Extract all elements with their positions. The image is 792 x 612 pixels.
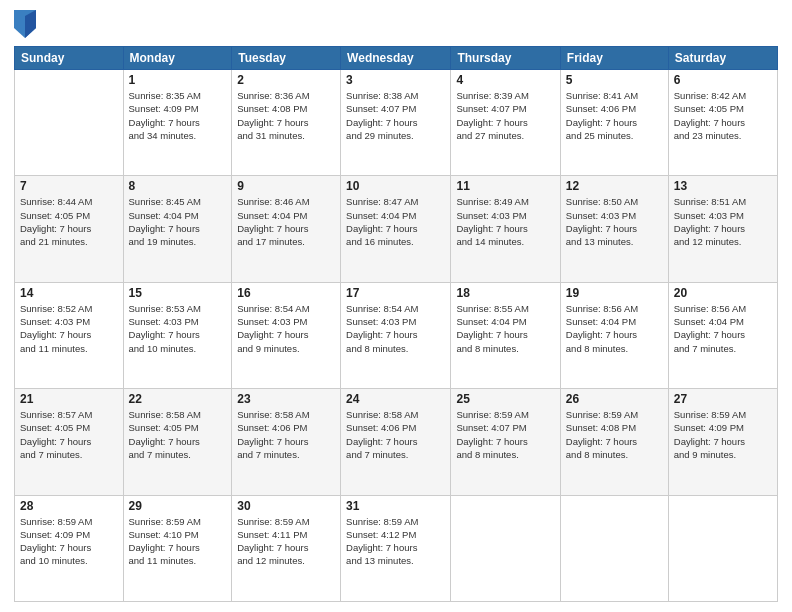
day-number: 19 [566,286,663,300]
day-info: Sunrise: 8:35 AM Sunset: 4:09 PM Dayligh… [129,89,227,142]
day-info: Sunrise: 8:39 AM Sunset: 4:07 PM Dayligh… [456,89,554,142]
day-cell [15,70,124,176]
day-cell: 21Sunrise: 8:57 AM Sunset: 4:05 PM Dayli… [15,389,124,495]
day-cell: 27Sunrise: 8:59 AM Sunset: 4:09 PM Dayli… [668,389,777,495]
header-cell-wednesday: Wednesday [341,47,451,70]
day-cell: 17Sunrise: 8:54 AM Sunset: 4:03 PM Dayli… [341,282,451,388]
calendar-table: SundayMondayTuesdayWednesdayThursdayFrid… [14,46,778,602]
day-number: 4 [456,73,554,87]
day-info: Sunrise: 8:54 AM Sunset: 4:03 PM Dayligh… [237,302,335,355]
day-cell: 18Sunrise: 8:55 AM Sunset: 4:04 PM Dayli… [451,282,560,388]
day-cell [560,495,668,601]
day-cell: 6Sunrise: 8:42 AM Sunset: 4:05 PM Daylig… [668,70,777,176]
day-number: 27 [674,392,772,406]
day-info: Sunrise: 8:49 AM Sunset: 4:03 PM Dayligh… [456,195,554,248]
day-info: Sunrise: 8:56 AM Sunset: 4:04 PM Dayligh… [566,302,663,355]
day-info: Sunrise: 8:51 AM Sunset: 4:03 PM Dayligh… [674,195,772,248]
day-number: 3 [346,73,445,87]
day-cell: 7Sunrise: 8:44 AM Sunset: 4:05 PM Daylig… [15,176,124,282]
day-number: 24 [346,392,445,406]
day-number: 20 [674,286,772,300]
day-cell: 4Sunrise: 8:39 AM Sunset: 4:07 PM Daylig… [451,70,560,176]
day-cell [668,495,777,601]
day-cell: 2Sunrise: 8:36 AM Sunset: 4:08 PM Daylig… [232,70,341,176]
day-number: 31 [346,499,445,513]
header-row: SundayMondayTuesdayWednesdayThursdayFrid… [15,47,778,70]
day-number: 22 [129,392,227,406]
day-number: 7 [20,179,118,193]
day-cell: 28Sunrise: 8:59 AM Sunset: 4:09 PM Dayli… [15,495,124,601]
week-row-1: 7Sunrise: 8:44 AM Sunset: 4:05 PM Daylig… [15,176,778,282]
day-info: Sunrise: 8:47 AM Sunset: 4:04 PM Dayligh… [346,195,445,248]
day-number: 13 [674,179,772,193]
calendar-header: SundayMondayTuesdayWednesdayThursdayFrid… [15,47,778,70]
day-number: 11 [456,179,554,193]
day-info: Sunrise: 8:59 AM Sunset: 4:09 PM Dayligh… [674,408,772,461]
day-number: 28 [20,499,118,513]
day-cell: 22Sunrise: 8:58 AM Sunset: 4:05 PM Dayli… [123,389,232,495]
day-cell: 14Sunrise: 8:52 AM Sunset: 4:03 PM Dayli… [15,282,124,388]
day-info: Sunrise: 8:52 AM Sunset: 4:03 PM Dayligh… [20,302,118,355]
day-info: Sunrise: 8:59 AM Sunset: 4:08 PM Dayligh… [566,408,663,461]
day-cell: 31Sunrise: 8:59 AM Sunset: 4:12 PM Dayli… [341,495,451,601]
day-info: Sunrise: 8:42 AM Sunset: 4:05 PM Dayligh… [674,89,772,142]
day-info: Sunrise: 8:58 AM Sunset: 4:05 PM Dayligh… [129,408,227,461]
day-number: 18 [456,286,554,300]
day-cell: 10Sunrise: 8:47 AM Sunset: 4:04 PM Dayli… [341,176,451,282]
day-info: Sunrise: 8:44 AM Sunset: 4:05 PM Dayligh… [20,195,118,248]
day-number: 2 [237,73,335,87]
day-info: Sunrise: 8:45 AM Sunset: 4:04 PM Dayligh… [129,195,227,248]
day-cell: 26Sunrise: 8:59 AM Sunset: 4:08 PM Dayli… [560,389,668,495]
day-info: Sunrise: 8:55 AM Sunset: 4:04 PM Dayligh… [456,302,554,355]
day-cell: 5Sunrise: 8:41 AM Sunset: 4:06 PM Daylig… [560,70,668,176]
day-info: Sunrise: 8:57 AM Sunset: 4:05 PM Dayligh… [20,408,118,461]
header-cell-saturday: Saturday [668,47,777,70]
day-number: 29 [129,499,227,513]
day-cell: 13Sunrise: 8:51 AM Sunset: 4:03 PM Dayli… [668,176,777,282]
header-cell-tuesday: Tuesday [232,47,341,70]
day-number: 15 [129,286,227,300]
day-cell: 3Sunrise: 8:38 AM Sunset: 4:07 PM Daylig… [341,70,451,176]
day-info: Sunrise: 8:41 AM Sunset: 4:06 PM Dayligh… [566,89,663,142]
day-number: 10 [346,179,445,193]
day-info: Sunrise: 8:59 AM Sunset: 4:11 PM Dayligh… [237,515,335,568]
day-info: Sunrise: 8:59 AM Sunset: 4:12 PM Dayligh… [346,515,445,568]
day-info: Sunrise: 8:58 AM Sunset: 4:06 PM Dayligh… [346,408,445,461]
day-number: 5 [566,73,663,87]
calendar-body: 1Sunrise: 8:35 AM Sunset: 4:09 PM Daylig… [15,70,778,602]
day-cell: 23Sunrise: 8:58 AM Sunset: 4:06 PM Dayli… [232,389,341,495]
week-row-4: 28Sunrise: 8:59 AM Sunset: 4:09 PM Dayli… [15,495,778,601]
day-info: Sunrise: 8:50 AM Sunset: 4:03 PM Dayligh… [566,195,663,248]
header-cell-sunday: Sunday [15,47,124,70]
day-info: Sunrise: 8:59 AM Sunset: 4:07 PM Dayligh… [456,408,554,461]
day-number: 12 [566,179,663,193]
day-cell: 29Sunrise: 8:59 AM Sunset: 4:10 PM Dayli… [123,495,232,601]
day-number: 16 [237,286,335,300]
day-number: 23 [237,392,335,406]
day-cell: 15Sunrise: 8:53 AM Sunset: 4:03 PM Dayli… [123,282,232,388]
day-number: 1 [129,73,227,87]
day-info: Sunrise: 8:46 AM Sunset: 4:04 PM Dayligh… [237,195,335,248]
day-cell: 19Sunrise: 8:56 AM Sunset: 4:04 PM Dayli… [560,282,668,388]
day-number: 21 [20,392,118,406]
day-cell: 24Sunrise: 8:58 AM Sunset: 4:06 PM Dayli… [341,389,451,495]
day-cell: 12Sunrise: 8:50 AM Sunset: 4:03 PM Dayli… [560,176,668,282]
day-info: Sunrise: 8:59 AM Sunset: 4:10 PM Dayligh… [129,515,227,568]
day-cell: 20Sunrise: 8:56 AM Sunset: 4:04 PM Dayli… [668,282,777,388]
header [14,10,778,38]
day-cell: 30Sunrise: 8:59 AM Sunset: 4:11 PM Dayli… [232,495,341,601]
day-info: Sunrise: 8:59 AM Sunset: 4:09 PM Dayligh… [20,515,118,568]
day-number: 25 [456,392,554,406]
header-cell-monday: Monday [123,47,232,70]
day-number: 14 [20,286,118,300]
week-row-0: 1Sunrise: 8:35 AM Sunset: 4:09 PM Daylig… [15,70,778,176]
logo-icon [14,10,36,38]
day-info: Sunrise: 8:38 AM Sunset: 4:07 PM Dayligh… [346,89,445,142]
day-number: 26 [566,392,663,406]
week-row-2: 14Sunrise: 8:52 AM Sunset: 4:03 PM Dayli… [15,282,778,388]
logo [14,10,38,38]
day-cell: 8Sunrise: 8:45 AM Sunset: 4:04 PM Daylig… [123,176,232,282]
day-cell [451,495,560,601]
day-info: Sunrise: 8:58 AM Sunset: 4:06 PM Dayligh… [237,408,335,461]
week-row-3: 21Sunrise: 8:57 AM Sunset: 4:05 PM Dayli… [15,389,778,495]
